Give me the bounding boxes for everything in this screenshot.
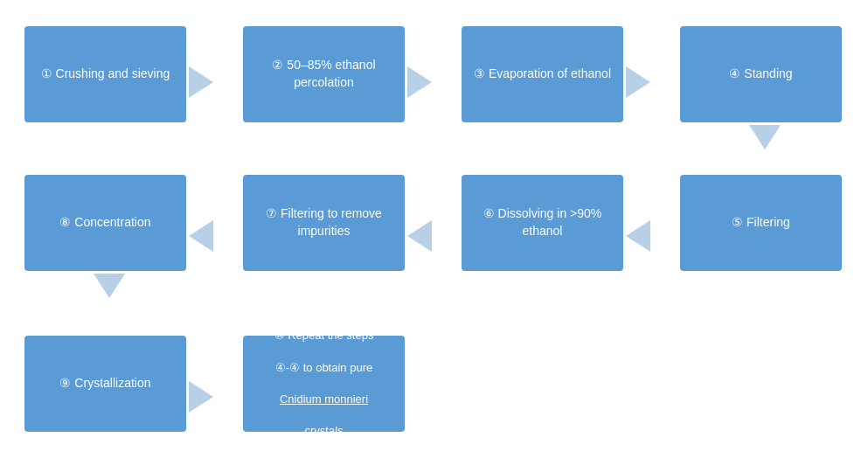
arrow-arr6 bbox=[407, 220, 432, 252]
step-box3: ③ Evaporation of ethanol bbox=[462, 26, 623, 122]
process-diagram: ① Crushing and sieving② 50–85% ethanol p… bbox=[0, 0, 868, 458]
step-box10: ⑩ Repeat the steps④-④ to obtain pureCnid… bbox=[243, 336, 405, 432]
arrow-arr8 bbox=[94, 274, 125, 298]
arrow-arr1 bbox=[189, 66, 213, 98]
step-box6: ⑥ Dissolving in >90% ethanol bbox=[462, 175, 623, 271]
step-box2: ② 50–85% ethanol percolation bbox=[243, 26, 405, 122]
step-box5: ⑤ Filtering bbox=[680, 175, 842, 271]
step-box9: ⑨ Crystallization bbox=[24, 336, 186, 432]
arrow-arr5 bbox=[626, 220, 650, 252]
arrow-arr3 bbox=[626, 66, 650, 98]
arrow-arr2 bbox=[407, 66, 432, 98]
step-box8: ⑧ Concentration bbox=[24, 175, 186, 271]
arrow-arr9 bbox=[189, 381, 213, 413]
step-box1: ① Crushing and sieving bbox=[24, 26, 186, 122]
step-box4: ④ Standing bbox=[680, 26, 842, 122]
arrow-arr4 bbox=[749, 125, 781, 149]
step-box7: ⑦ Filtering to remove impurities bbox=[243, 175, 405, 271]
arrow-arr7 bbox=[189, 220, 213, 252]
